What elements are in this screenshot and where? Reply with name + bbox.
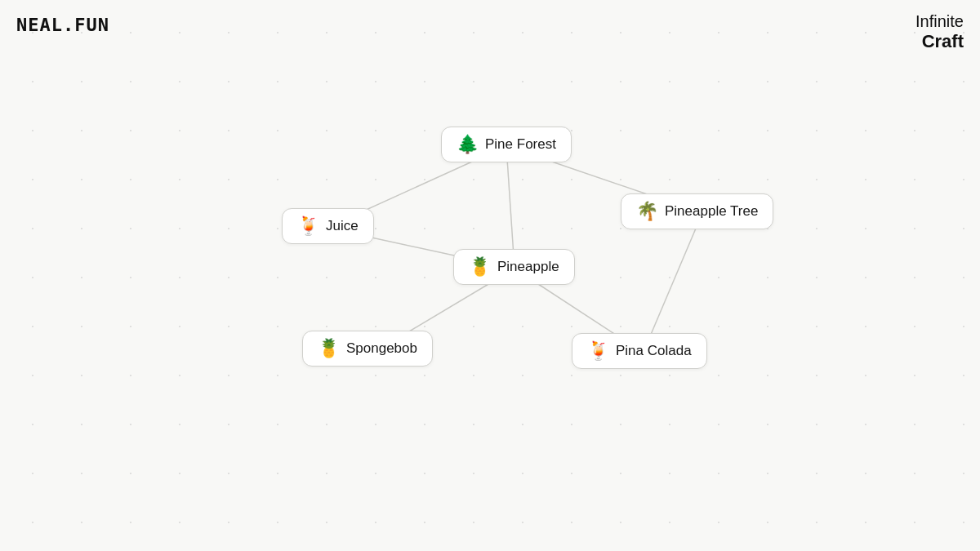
pine-forest-label: Pine Forest	[485, 136, 556, 153]
juice-emoji: 🍹	[297, 217, 319, 235]
juice-label: Juice	[326, 218, 359, 234]
node-juice[interactable]: 🍹Juice	[282, 208, 374, 244]
neal-fun-logo: NEAL.FUN	[16, 15, 109, 35]
spongebob-label: Spongebob	[346, 340, 417, 357]
pineapple-label: Pineapple	[497, 259, 559, 275]
node-pineapple-tree[interactable]: 🌴Pineapple Tree	[621, 193, 773, 229]
pineapple-tree-emoji: 🌴	[636, 202, 658, 220]
pine-forest-emoji: 🌲	[457, 136, 479, 153]
spongebob-emoji: 🍍	[318, 340, 340, 358]
pineapple-tree-label: Pineapple Tree	[665, 203, 758, 220]
node-pineapple[interactable]: 🍍Pineapple	[453, 249, 575, 285]
infinite-craft-logo: Infinite Craft	[915, 11, 964, 52]
node-pina-colada[interactable]: 🍹Pina Colada	[572, 333, 707, 369]
pina-colada-emoji: 🍹	[587, 342, 609, 360]
node-pine-forest[interactable]: 🌲Pine Forest	[441, 127, 572, 162]
node-spongebob[interactable]: 🍍Spongebob	[302, 331, 433, 367]
svg-line-6	[644, 213, 703, 353]
pineapple-emoji: 🍍	[469, 258, 491, 276]
pina-colada-label: Pina Colada	[616, 343, 692, 359]
